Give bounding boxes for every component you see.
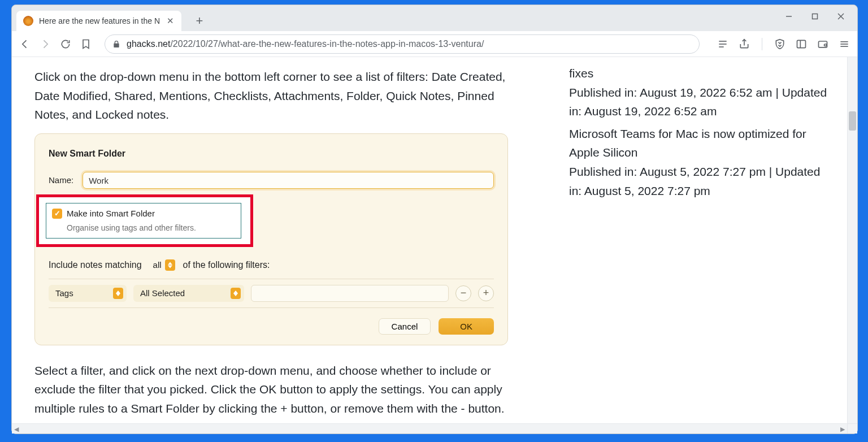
tab-strip: Here are the new features in the N ✕ + — [12, 5, 857, 31]
updown-arrows-icon — [231, 288, 241, 299]
menu-icon[interactable] — [838, 38, 850, 50]
forward-icon[interactable] — [39, 38, 51, 50]
article-sidebar: fixes Published in: August 19, 2022 6:52… — [569, 64, 835, 200]
reader-icon[interactable] — [717, 38, 729, 50]
share-icon[interactable] — [738, 38, 750, 50]
highlight-annotation: ✓ Make into Smart Folder Organise using … — [36, 194, 253, 246]
filter-type-select[interactable]: Tags — [49, 285, 127, 302]
browser-toolbar: ghacks.net/2022/10/27/what-are-the-new-f… — [12, 31, 857, 57]
sidebar-meta: Published in: August 19, 2022 6:52 am | … — [569, 83, 835, 121]
article-paragraph: Click on the drop-down menu in the botto… — [34, 67, 515, 124]
dialog-title: New Smart Folder — [49, 146, 494, 161]
name-label: Name: — [49, 174, 73, 187]
filter-type-value: Tags — [55, 287, 73, 300]
scroll-corner — [847, 423, 857, 434]
smart-checkbox-subtitle: Organise using tags and other filters. — [67, 222, 235, 234]
lock-icon — [112, 40, 121, 49]
horizontal-scrollbar[interactable]: ◀ ▶ — [12, 423, 847, 434]
divider — [762, 38, 762, 50]
browser-tab[interactable]: Here are the new features in the N ✕ — [16, 11, 181, 31]
smart-folder-dialog: New Smart Folder Name: ✓ Make into Smart… — [34, 133, 508, 345]
smart-checkbox-label: Make into Smart Folder — [67, 207, 155, 220]
svg-marker-14 — [168, 262, 172, 265]
url-domain: ghacks.net — [127, 39, 170, 49]
article-paragraph: Select a filter, and click on the next d… — [34, 361, 515, 418]
tab-title: Here are the new features in the N — [39, 16, 160, 25]
dialog-buttons: Cancel OK — [49, 318, 494, 335]
close-window-icon[interactable] — [834, 9, 848, 24]
filter-builder-row: Tags All Selected — [49, 279, 494, 308]
sidebar-panel-icon[interactable] — [795, 38, 808, 50]
scroll-right-icon[interactable]: ▶ — [840, 426, 845, 433]
article: Click on the drop-down menu in the botto… — [34, 67, 515, 427]
scope-value: all — [153, 258, 162, 272]
filter-value: All Selected — [140, 287, 185, 300]
svg-marker-15 — [168, 265, 172, 268]
maximize-icon[interactable] — [808, 9, 822, 24]
scrollbar-thumb[interactable] — [849, 111, 856, 131]
back-icon[interactable] — [19, 38, 31, 50]
url-path: /2022/10/27/what-are-the-new-features-in… — [170, 39, 484, 49]
name-row: Name: — [49, 172, 494, 189]
bookmark-icon[interactable] — [80, 38, 92, 50]
address-bar[interactable]: ghacks.net/2022/10/27/what-are-the-new-f… — [105, 34, 700, 54]
scope-select[interactable]: all — [147, 257, 177, 273]
close-tab-icon[interactable]: ✕ — [166, 16, 175, 25]
wallet-icon[interactable] — [817, 38, 829, 50]
window-controls — [782, 5, 854, 28]
svg-marker-17 — [116, 293, 120, 296]
brave-shield-icon[interactable] — [774, 38, 786, 50]
sidebar-link-fragment[interactable]: fixes — [569, 64, 835, 83]
svg-rect-1 — [813, 14, 818, 19]
include-prefix: Include notes matching — [49, 258, 142, 272]
add-filter-button[interactable]: + — [478, 285, 494, 301]
include-row: Include notes matching all of the follow… — [49, 254, 494, 279]
svg-rect-8 — [797, 40, 806, 47]
checkbox-checked-icon[interactable]: ✓ — [52, 209, 62, 219]
updown-arrows-icon — [165, 259, 175, 271]
sidebar-meta: Published in: August 5, 2022 7:27 pm | U… — [569, 162, 835, 200]
vertical-scrollbar[interactable] — [847, 57, 857, 423]
sidebar-link[interactable]: Microsoft Teams for Mac is now optimized… — [569, 127, 806, 159]
updown-arrows-icon — [113, 288, 123, 299]
minimize-icon[interactable] — [782, 9, 796, 24]
scroll-left-icon[interactable]: ◀ — [14, 426, 19, 433]
include-suffix: of the following filters: — [183, 258, 270, 272]
filter-drop-field[interactable] — [251, 285, 449, 302]
favicon-icon — [23, 16, 33, 26]
browser-window: Here are the new features in the N ✕ + g… — [11, 5, 858, 434]
page-scroll[interactable]: Click on the drop-down menu in the botto… — [12, 57, 857, 434]
smart-folder-checkbox-row[interactable]: ✓ Make into Smart Folder — [52, 207, 235, 220]
reload-icon[interactable] — [59, 38, 72, 50]
filter-value-select[interactable]: All Selected — [133, 285, 244, 302]
toolbar-right — [717, 38, 850, 50]
folder-name-input[interactable] — [83, 172, 494, 189]
svg-marker-19 — [233, 293, 238, 296]
page-content: Click on the drop-down menu in the botto… — [12, 57, 857, 434]
new-tab-button[interactable]: + — [192, 13, 207, 29]
remove-filter-button[interactable]: − — [455, 285, 471, 301]
ok-button[interactable]: OK — [439, 318, 494, 335]
cancel-button[interactable]: Cancel — [379, 318, 431, 335]
